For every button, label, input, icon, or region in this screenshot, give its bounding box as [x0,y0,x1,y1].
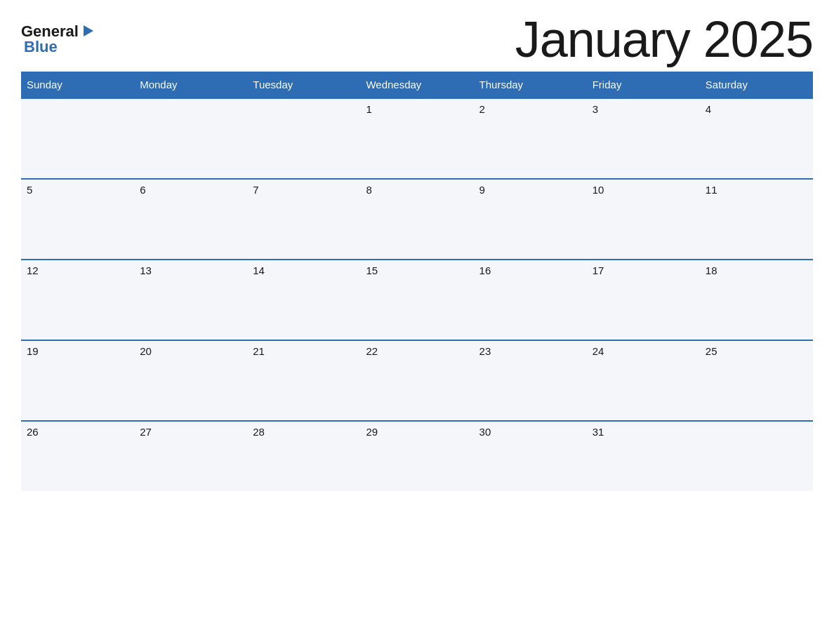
day-number: 29 [366,426,378,438]
calendar-week-row: 12131415161718 [21,260,813,340]
day-number: 26 [27,426,39,438]
calendar-cell: 11 [700,179,813,260]
calendar-cell: 27 [134,421,247,491]
day-number: 14 [253,264,265,276]
col-wednesday: Wednesday [360,72,473,98]
calendar-cell: 24 [587,340,700,421]
day-number: 5 [27,184,32,196]
day-number: 9 [479,184,485,196]
calendar-cell [247,98,360,179]
calendar-cell [21,98,134,179]
calendar-cell: 12 [21,260,134,340]
day-number: 17 [593,264,604,276]
col-sunday: Sunday [21,72,134,98]
calendar-week-row: 262728293031 [21,421,813,491]
calendar-week-row: 19202122232425 [21,340,813,421]
day-number: 16 [479,264,491,276]
day-number: 25 [706,345,717,357]
day-number: 1 [366,103,371,115]
calendar-cell: 13 [134,260,247,340]
header: General Blue January 2025 [21,14,813,65]
calendar-week-row: 1234 [21,98,813,179]
col-monday: Monday [134,72,247,98]
page: General Blue January 2025 Sunday Monday … [0,0,834,644]
day-number: 6 [140,184,145,196]
calendar-cell: 2 [474,98,587,179]
month-title: January 2025 [515,14,813,65]
calendar-cell: 8 [360,179,473,260]
day-number: 19 [27,345,39,357]
calendar-cell: 14 [247,260,360,340]
day-number: 18 [706,264,717,276]
day-number: 23 [479,345,491,357]
col-friday: Friday [587,72,700,98]
calendar-cell [134,98,247,179]
day-number: 28 [253,426,265,438]
calendar-cell: 5 [21,179,134,260]
day-number: 3 [593,103,598,115]
day-number: 4 [706,103,711,115]
calendar-cell: 6 [134,179,247,260]
calendar-cell: 26 [21,421,134,491]
calendar-cell [700,421,813,491]
col-tuesday: Tuesday [247,72,360,98]
calendar-cell: 25 [700,340,813,421]
calendar-cell: 10 [587,179,700,260]
calendar-cell: 4 [700,98,813,179]
calendar-cell: 30 [474,421,587,491]
calendar-cell: 17 [587,260,700,340]
calendar-cell: 21 [247,340,360,421]
calendar-week-row: 567891011 [21,179,813,260]
calendar-cell: 1 [360,98,473,179]
calendar-cell: 23 [474,340,587,421]
calendar-header-row: Sunday Monday Tuesday Wednesday Thursday… [21,72,813,98]
day-number: 11 [706,184,717,196]
day-number: 27 [140,426,152,438]
col-saturday: Saturday [700,72,813,98]
day-number: 7 [253,184,258,196]
calendar-cell: 3 [587,98,700,179]
logo-arrow-icon [81,24,95,38]
day-number: 2 [479,103,485,115]
calendar-cell: 18 [700,260,813,340]
calendar-cell: 20 [134,340,247,421]
day-number: 12 [27,264,39,276]
day-number: 30 [479,426,491,438]
day-number: 31 [593,426,604,438]
col-thursday: Thursday [474,72,587,98]
svg-marker-0 [84,25,93,36]
calendar-cell: 31 [587,421,700,491]
logo: General Blue [21,24,95,55]
day-number: 13 [140,264,152,276]
calendar-cell: 29 [360,421,473,491]
logo-blue-text: Blue [24,39,58,55]
logo-general-text: General [21,24,79,39]
calendar-cell: 28 [247,421,360,491]
calendar-cell: 7 [247,179,360,260]
day-number: 24 [593,345,604,357]
day-number: 15 [366,264,378,276]
day-number: 22 [366,345,378,357]
day-number: 10 [593,184,604,196]
calendar-cell: 19 [21,340,134,421]
day-number: 21 [253,345,265,357]
day-number: 8 [366,184,371,196]
calendar-cell: 15 [360,260,473,340]
calendar-cell: 16 [474,260,587,340]
calendar-cell: 9 [474,179,587,260]
calendar-cell: 22 [360,340,473,421]
calendar-table: Sunday Monday Tuesday Wednesday Thursday… [21,72,813,491]
day-number: 20 [140,345,152,357]
